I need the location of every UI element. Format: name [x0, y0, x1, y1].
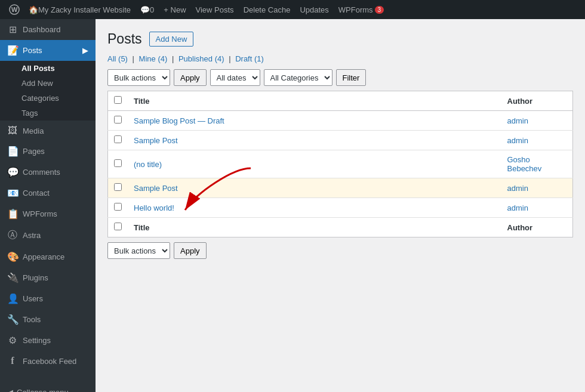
- media-icon: 🖼: [7, 125, 18, 136]
- select-all-checkbox-bottom[interactable]: [114, 223, 122, 230]
- main-content: Posts Add New All (5) | Mine (4) | Publi…: [96, 19, 585, 392]
- sidebar-item-media[interactable]: 🖼 Media: [0, 121, 96, 141]
- sidebar-item-plugins[interactable]: 🔌 Plugins: [0, 267, 96, 288]
- col-footer-checkbox: [108, 218, 128, 237]
- adminbar-updates[interactable]: Updates: [295, 0, 333, 19]
- sidebar: ⊞ Dashboard 📝 Posts ▶ All Posts Add New …: [0, 19, 96, 392]
- apply-button-bottom[interactable]: Apply: [174, 242, 207, 259]
- col-header-author: Author: [501, 91, 573, 111]
- row-checkbox-cell: [108, 131, 128, 150]
- row-title-cell: Sample Post Edit | Quick Edit | Trash | …: [128, 131, 501, 150]
- sidebar-item-dashboard[interactable]: ⊞ Dashboard: [0, 19, 96, 40]
- row-title-cell: (no title) Edit | Quick Edit | Trash | V…: [128, 150, 501, 178]
- row-checkbox-cell: [108, 150, 128, 178]
- all-dates-select[interactable]: All dates: [210, 69, 260, 86]
- adminbar-comments[interactable]: 💬 0: [136, 0, 159, 19]
- post-title-link[interactable]: (no title): [134, 160, 162, 169]
- collapse-menu-button[interactable]: ◀ Collapse menu: [0, 383, 96, 392]
- facebook-icon: f: [7, 356, 18, 366]
- adminbar-site-name[interactable]: 🏠 My Zacky Installer Website: [24, 0, 136, 19]
- row-author-cell: Gosho Bebechev: [501, 150, 573, 178]
- author-link[interactable]: admin: [507, 203, 528, 212]
- sidebar-item-astra[interactable]: Ⓐ Astra: [0, 224, 96, 246]
- sidebar-item-tools[interactable]: 🔧 Tools: [0, 309, 96, 330]
- row-author-cell: admin: [501, 131, 573, 150]
- row-author-cell: admin: [501, 111, 573, 131]
- sidebar-item-posts[interactable]: 📝 Posts ▶: [0, 40, 96, 61]
- row-checkbox[interactable]: [114, 203, 122, 211]
- submenu-all-posts[interactable]: All Posts: [0, 61, 96, 76]
- bulk-actions-select-bottom[interactable]: Bulk actions: [107, 242, 170, 259]
- wpforms-badge: 3: [375, 6, 384, 14]
- filter-all[interactable]: All (5): [107, 54, 128, 63]
- row-checkbox-cell: [108, 178, 128, 198]
- tablenav-bottom: Bulk actions Apply: [107, 242, 573, 259]
- sidebar-item-wpforms[interactable]: 📋 WPForms: [0, 203, 96, 224]
- sidebar-item-settings[interactable]: ⚙ Settings: [0, 330, 96, 351]
- sidebar-item-pages[interactable]: 📄 Pages: [0, 141, 96, 162]
- row-title-cell: Hello world! Edit | Quick Edit | Trash |…: [128, 198, 501, 218]
- filter-mine[interactable]: Mine (4): [139, 54, 168, 63]
- dashboard-icon: ⊞: [7, 24, 18, 35]
- author-link[interactable]: Gosho Bebechev: [507, 155, 542, 173]
- author-link[interactable]: admin: [507, 116, 528, 125]
- col-footer-author: Author: [501, 218, 573, 237]
- submenu-tags[interactable]: Tags: [0, 106, 96, 121]
- users-icon: 👤: [7, 293, 18, 304]
- apply-button-top[interactable]: Apply: [174, 69, 207, 86]
- settings-icon: ⚙: [7, 335, 18, 346]
- wpforms-menu-icon: 📋: [7, 208, 18, 220]
- table-row: Sample Blog Post — Draft Edit | Quick Ed…: [108, 111, 573, 131]
- posts-list: Sample Blog Post — Draft Edit | Quick Ed…: [108, 111, 573, 218]
- row-author-cell: admin: [501, 178, 573, 198]
- sidebar-item-facebook-feed[interactable]: f Facebook Feed: [0, 351, 96, 371]
- row-title-cell: Sample Blog Post — Draft Edit | Quick Ed…: [128, 111, 501, 131]
- filter-published[interactable]: Published (4): [178, 54, 224, 63]
- row-checkbox[interactable]: [114, 116, 122, 124]
- post-title-link[interactable]: Sample Blog Post — Draft: [134, 116, 224, 125]
- submenu-add-new[interactable]: Add New: [0, 76, 96, 91]
- page-title: Posts: [107, 31, 142, 47]
- submenu-categories[interactable]: Categories: [0, 91, 96, 106]
- row-author-cell: admin: [501, 198, 573, 218]
- sidebar-item-contact[interactable]: 📧 Contact: [0, 183, 96, 203]
- filter-button[interactable]: Filter: [336, 69, 367, 86]
- wp-logo[interactable]: W: [5, 0, 24, 19]
- row-checkbox[interactable]: [114, 183, 122, 191]
- row-title-cell: Sample Post Edit | Quick Edit | Trash | …: [128, 178, 501, 198]
- admin-bar: W 🏠 My Zacky Installer Website 💬 0 + New…: [0, 0, 585, 19]
- row-checkbox-cell: [108, 111, 128, 131]
- table-row: Hello world! Edit | Quick Edit | Trash |…: [108, 198, 573, 218]
- adminbar-delete-cache[interactable]: Delete Cache: [239, 0, 295, 19]
- filter-draft[interactable]: Draft (1): [235, 54, 264, 63]
- table-row: Sample Post Edit | Quick Edit | Trash | …: [108, 131, 573, 150]
- filter-links: All (5) | Mine (4) | Published (4) | Dra…: [107, 54, 573, 63]
- row-checkbox[interactable]: [114, 159, 122, 167]
- pages-icon: 📄: [7, 146, 18, 157]
- bulk-actions-select-top[interactable]: Bulk actions: [107, 69, 170, 86]
- col-header-checkbox: [108, 91, 128, 111]
- select-all-checkbox-top[interactable]: [114, 96, 122, 104]
- adminbar-new[interactable]: + New: [159, 0, 190, 19]
- all-categories-select[interactable]: All Categories: [264, 69, 332, 86]
- row-checkbox[interactable]: [114, 135, 122, 143]
- author-link[interactable]: admin: [507, 184, 528, 193]
- tools-icon: 🔧: [7, 314, 18, 325]
- comments-menu-icon: 💬: [7, 166, 18, 178]
- post-title-link[interactable]: Hello world!: [134, 203, 174, 212]
- post-title-link[interactable]: Sample Post: [134, 136, 178, 145]
- adminbar-wpforms[interactable]: WPForms 3: [334, 0, 389, 19]
- add-new-button[interactable]: Add New: [149, 32, 194, 47]
- sidebar-item-comments[interactable]: 💬 Comments: [0, 162, 96, 183]
- contact-icon: 📧: [7, 187, 18, 199]
- col-header-title[interactable]: Title: [128, 91, 501, 111]
- posts-table: Title Author Sample Blog Post — Draft Ed…: [107, 91, 573, 237]
- plugins-icon: 🔌: [7, 272, 18, 283]
- sidebar-item-users[interactable]: 👤 Users: [0, 288, 96, 309]
- collapse-icon: ◀: [7, 388, 13, 392]
- author-link[interactable]: admin: [507, 136, 528, 145]
- svg-text:W: W: [11, 6, 18, 13]
- post-title-link[interactable]: Sample Post: [134, 184, 178, 193]
- adminbar-view-posts[interactable]: View Posts: [191, 0, 239, 19]
- sidebar-item-appearance[interactable]: 🎨 Appearance: [0, 246, 96, 267]
